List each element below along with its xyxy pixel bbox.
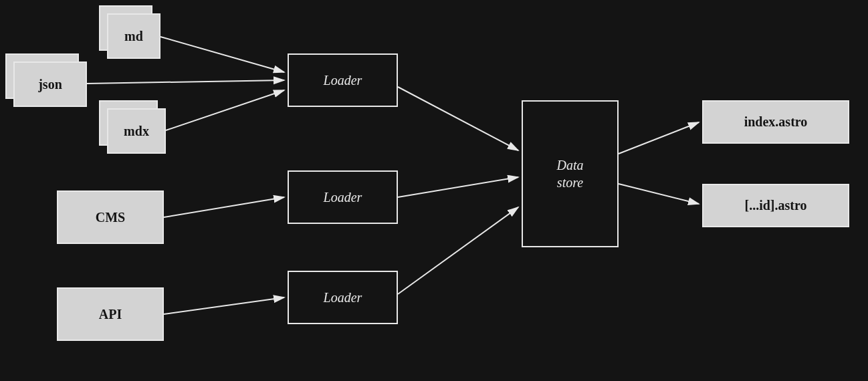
arrow-mdx-loader1 [166, 90, 284, 130]
source-api-label: API [99, 307, 122, 322]
source-md: md [107, 13, 160, 59]
source-cms-label: CMS [96, 210, 125, 225]
arrow-json-loader1 [87, 80, 284, 84]
source-cms: CMS [57, 190, 164, 244]
loader-1-label: Loader [324, 73, 362, 88]
source-json-label: json [38, 77, 62, 92]
arrow-cms-loader2 [164, 197, 284, 217]
data-store-line2: store [557, 174, 584, 191]
arrow-loader1-store [398, 87, 518, 150]
arrow-api-loader3 [164, 297, 284, 314]
source-json: json [13, 61, 87, 107]
source-mdx-label: mdx [124, 124, 149, 139]
source-api: API [57, 287, 164, 341]
arrow-store-index [619, 122, 699, 154]
arrow-loader3-store [398, 207, 518, 294]
arrow-store-dynamic [619, 184, 699, 204]
output-index: index.astro [702, 100, 849, 144]
loader-2: Loader [288, 170, 398, 224]
arrow-loader2-store [398, 177, 518, 197]
data-store-line1: Data [557, 156, 584, 174]
loader-1: Loader [288, 53, 398, 107]
loader-3-label: Loader [324, 290, 362, 305]
output-dynamic: [...id].astro [702, 184, 849, 227]
loader-2-label: Loader [324, 190, 362, 205]
output-dynamic-label: [...id].astro [745, 198, 807, 213]
source-md-label: md [124, 29, 143, 44]
loader-3: Loader [288, 271, 398, 324]
output-index-label: index.astro [744, 114, 808, 130]
source-mdx: mdx [107, 108, 166, 154]
arrow-md-loader1 [160, 37, 284, 72]
data-store-label: Data store [557, 156, 584, 191]
data-store: Data store [522, 100, 619, 247]
